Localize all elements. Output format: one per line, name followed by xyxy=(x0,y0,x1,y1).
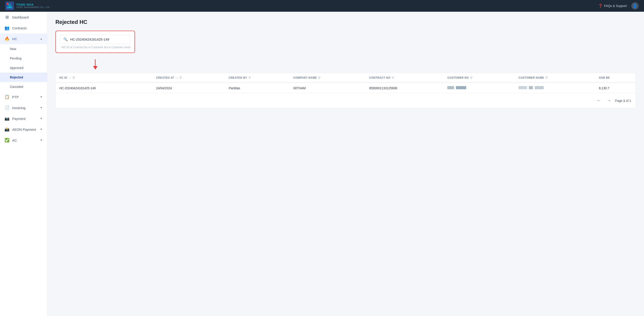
logo[interactable]: TONG HUA ASSET MANAGEMENT CO., LTD. xyxy=(6,2,50,10)
page-title: Rejected HC xyxy=(56,19,636,25)
cell-created-by: Pantitas xyxy=(225,83,290,93)
col-company-name[interactable]: COMPANY NAME ▽ xyxy=(290,73,366,83)
topnav-right: ❓ FAQs & Support 👤 xyxy=(598,2,638,10)
hc-id-filter-icon[interactable]: ▽ xyxy=(72,76,74,79)
arrow-line xyxy=(95,59,96,66)
sidebar-item-dashboard[interactable]: ⊞ Dashboard xyxy=(0,12,47,22)
contracts-icon: 👥 xyxy=(4,26,10,30)
col-osb-be: OSB BE xyxy=(595,73,636,83)
sidebar-label-invoicing: Invoicing xyxy=(12,106,26,110)
payment-chevron-icon: ▼ xyxy=(40,117,42,120)
sidebar-item-rejected[interactable]: Rejected xyxy=(0,72,47,82)
sidebar-item-payment[interactable]: 📷 Payment ▼ xyxy=(0,113,47,124)
ptp-chevron-icon: ▼ xyxy=(40,95,42,98)
sidebar-label-approved: Approved xyxy=(10,66,24,70)
user-avatar[interactable]: 👤 xyxy=(632,2,638,10)
table-row[interactable]: HC-20240424181425-149 24/04/2024 Pantita… xyxy=(56,83,636,93)
main-content: Rejected HC 🔍 HC-20240424181425-149 *HC … xyxy=(47,12,644,316)
customer-name-blurred2 xyxy=(529,86,533,89)
col-hc-id[interactable]: HC ID ↑↓ ▽ xyxy=(56,73,152,83)
col-hc-id-label: HC ID xyxy=(59,76,67,79)
next-page-button[interactable]: → xyxy=(605,97,613,104)
results-table: HC ID ↑↓ ▽ CREATED AT ↑↓ ▽ xyxy=(56,73,636,93)
svg-rect-3 xyxy=(7,3,8,5)
cell-hc-id: HC-20240424181425-149 xyxy=(56,83,152,93)
of-label: of xyxy=(626,99,629,102)
sidebar-label-ac: AC xyxy=(12,138,17,142)
hc-icon: 🔥 xyxy=(4,36,10,41)
prev-page-button[interactable]: ← xyxy=(595,97,603,104)
invoicing-chevron-icon: ▼ xyxy=(40,106,42,109)
sidebar-item-canceled[interactable]: Canceled xyxy=(0,82,47,92)
col-created-at[interactable]: CREATED AT ↑↓ ▽ xyxy=(152,73,225,83)
col-customer-name[interactable]: CUSTOMER NAME ▽ xyxy=(515,73,595,83)
user-icon: 👤 xyxy=(633,4,637,8)
table-header-row: HC ID ↑↓ ▽ CREATED AT ↑↓ ▽ xyxy=(56,73,636,83)
search-input[interactable]: HC-20240424181425-149 xyxy=(70,38,127,41)
logo-icon xyxy=(6,2,14,10)
customer-no-blurred xyxy=(447,86,454,89)
sidebar-item-invoicing[interactable]: 📄 Invoicing ▼ xyxy=(0,102,47,113)
sidebar-item-ac[interactable]: ✅ AC ▼ xyxy=(0,135,47,146)
pagination-info: Page 1 of 1 xyxy=(615,99,631,102)
sidebar-label-rejected: Rejected xyxy=(10,76,23,79)
total-pages: 1 xyxy=(629,99,631,102)
created-at-sort-icon[interactable]: ↑↓ xyxy=(176,76,178,79)
col-osb-be-label: OSB BE xyxy=(599,76,610,79)
payment-icon: 📷 xyxy=(4,116,10,121)
search-hint: *HC ID or Contract No or Customer No or … xyxy=(60,46,130,49)
cell-customer-no xyxy=(444,83,515,93)
aeon-payment-icon: 📸 xyxy=(4,127,10,132)
customer-name-filter-icon[interactable]: ▽ xyxy=(546,76,548,79)
contract-no-filter-icon[interactable]: ▽ xyxy=(392,76,394,79)
company-name-filter-icon[interactable]: ▽ xyxy=(318,76,320,79)
sidebar-label-payment: Payment xyxy=(12,117,26,120)
customer-name-blurred xyxy=(518,86,527,89)
sidebar-item-hc[interactable]: 🔥 HC ▲ xyxy=(0,33,47,44)
top-navigation: TONG HUA ASSET MANAGEMENT CO., LTD. ❓ FA… xyxy=(0,0,644,12)
sidebar-label-contracts: Contracts xyxy=(12,26,26,30)
faqs-support-label: FAQs & Support xyxy=(604,4,627,8)
current-page: 1 xyxy=(623,99,626,102)
pagination: ← → Page 1 of 1 xyxy=(56,93,636,108)
sidebar-item-pending[interactable]: Pending xyxy=(0,54,47,63)
sidebar-label-ptp: PTP xyxy=(12,95,19,99)
sidebar: ⊞ Dashboard 👥 Contracts 🔥 HC ▲ New Pendi… xyxy=(0,12,47,316)
created-at-filter-icon[interactable]: ▽ xyxy=(180,76,182,79)
search-container: 🔍 HC-20240424181425-149 *HC ID or Contra… xyxy=(56,31,135,53)
question-icon: ❓ xyxy=(598,4,603,8)
sidebar-item-aeon-payment[interactable]: 📸 AEON Payment ▼ xyxy=(0,124,47,135)
col-customer-no[interactable]: CUSTOMER NO ▽ xyxy=(444,73,515,83)
hc-id-sort-icon[interactable]: ↑↓ xyxy=(68,76,71,79)
sidebar-item-approved[interactable]: Approved xyxy=(0,63,47,72)
sidebar-label-aeon-payment: AEON Payment xyxy=(12,128,36,132)
cell-contract-no: 8590001133125606 xyxy=(366,83,444,93)
logo-text: TONG HUA xyxy=(16,3,50,6)
col-contract-no[interactable]: CONTRACT NO ▽ xyxy=(366,73,444,83)
dashboard-icon: ⊞ xyxy=(4,15,10,20)
cell-company-name: 00THAM xyxy=(290,83,366,93)
customer-no-filter-icon[interactable]: ▽ xyxy=(470,76,472,79)
search-icon: 🔍 xyxy=(63,37,68,42)
col-created-by[interactable]: CREATED BY ▽ xyxy=(225,73,290,83)
logo-subtitle: ASSET MANAGEMENT CO., LTD. xyxy=(16,6,50,8)
sidebar-label-new: New xyxy=(10,47,16,51)
invoicing-icon: 📄 xyxy=(4,105,10,110)
customer-no-blurred2 xyxy=(456,86,466,89)
results-table-wrapper: HC ID ↑↓ ▽ CREATED AT ↑↓ ▽ xyxy=(56,73,636,108)
col-created-at-label: CREATED AT xyxy=(156,76,174,79)
faqs-support-link[interactable]: ❓ FAQs & Support xyxy=(598,4,627,8)
customer-name-blurred3 xyxy=(535,86,544,89)
arrow-head xyxy=(93,66,98,70)
cell-created-at: 24/04/2024 xyxy=(152,83,225,93)
sidebar-item-new[interactable]: New xyxy=(0,44,47,54)
sidebar-item-ptp[interactable]: 📋 PTP ▼ xyxy=(0,92,47,102)
sidebar-label-pending: Pending xyxy=(10,56,22,60)
col-created-by-label: CREATED BY xyxy=(229,76,247,79)
page-label: Page xyxy=(615,99,622,102)
search-input-wrapper[interactable]: 🔍 HC-20240424181425-149 xyxy=(60,35,130,44)
sidebar-label-hc: HC xyxy=(12,37,17,41)
ptp-icon: 📋 xyxy=(4,94,10,100)
created-by-filter-icon[interactable]: ▽ xyxy=(248,76,250,79)
sidebar-item-contracts[interactable]: 👥 Contracts xyxy=(0,22,47,33)
